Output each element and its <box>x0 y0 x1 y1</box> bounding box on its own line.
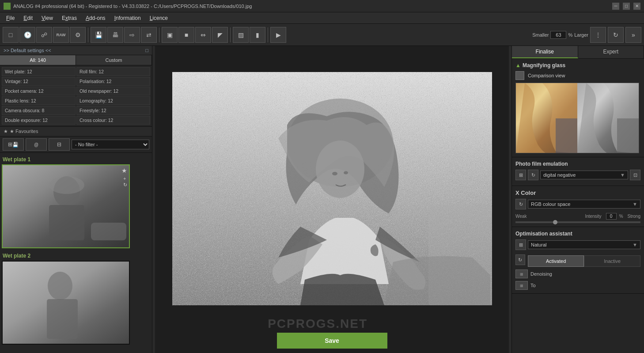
view-btn4[interactable]: ◤ <box>212 27 228 43</box>
view-btn1[interactable]: ▣ <box>162 27 178 43</box>
preset-tabs: All: 140 Custom <box>0 55 152 65</box>
opt-dropdown[interactable]: Natural ▼ <box>528 240 640 249</box>
share-button[interactable]: ⇨ <box>124 27 140 43</box>
menu-information[interactable]: Information <box>110 13 145 23</box>
intensity-value: 0 <box>606 213 617 220</box>
film-save-icon-btn[interactable]: ⊡ <box>630 170 640 180</box>
xcolor-dropdown[interactable]: RGB colour space ▼ <box>528 200 640 209</box>
export-tools-btn[interactable]: ⊟ <box>49 138 70 151</box>
tab-expert[interactable]: Expert <box>578 46 644 58</box>
inactive-button[interactable]: Inactive <box>584 255 640 267</box>
menu-licence[interactable]: Licence <box>145 13 172 23</box>
preset-header-icon[interactable]: □ <box>145 48 148 53</box>
menu-file[interactable]: File <box>2 13 19 23</box>
svg-rect-17 <box>617 118 639 153</box>
preset-header-text: >> Default settings << <box>4 48 51 53</box>
intensity-slider[interactable] <box>515 221 640 223</box>
intensity-label: Intensity <box>585 214 601 219</box>
history-button[interactable]: 🕑 <box>19 27 35 43</box>
preset-rollfilm[interactable]: Roll film: 12 <box>76 67 150 76</box>
preset-polarisation[interactable]: Polarisation: 12 <box>76 77 150 86</box>
svg-point-13 <box>344 171 348 174</box>
print-button[interactable]: 🖶 <box>107 27 123 43</box>
close-button[interactable]: ✕ <box>633 3 640 10</box>
film-emulation-title: Photo film emulation <box>515 161 640 167</box>
histogram-button[interactable]: ▨ <box>233 27 249 43</box>
main-image-area <box>159 50 504 326</box>
film-grid-icon-btn[interactable]: ⊞ <box>515 170 526 180</box>
menu-view[interactable]: View <box>37 13 57 23</box>
main-area: >> Default settings << □ All: 140 Custom… <box>0 46 644 353</box>
preset-crosscolour[interactable]: Cross colour: 12 <box>76 116 150 125</box>
new-button[interactable]: □ <box>3 27 19 43</box>
preset-plastic[interactable]: Plastic lens: 12 <box>2 96 76 105</box>
film-refresh-icon-btn[interactable]: ↻ <box>528 170 538 180</box>
preset-wetplate[interactable]: Wet plate: 12 <box>2 67 76 76</box>
svg-rect-2 <box>49 205 84 240</box>
tab-finalise[interactable]: Finalise <box>512 46 578 58</box>
left-panel: >> Default settings << □ All: 140 Custom… <box>0 46 152 353</box>
optimisation-title: Optimisation assistant <box>515 231 640 237</box>
preset-header: >> Default settings << □ <box>0 46 152 55</box>
menu-addons[interactable]: Add-ons <box>81 13 110 23</box>
opt-refresh-icon-btn[interactable]: ↻ <box>515 254 525 265</box>
app-icon <box>4 3 11 10</box>
export2-button[interactable]: ⇄ <box>141 27 157 43</box>
intensity-percent: % <box>619 214 623 219</box>
settings-button[interactable]: ⚙ <box>70 27 86 43</box>
toggle-button[interactable]: ▮ <box>250 27 265 43</box>
raw-button[interactable]: RAW <box>53 27 69 43</box>
import-save-icon: 💾 <box>12 142 19 148</box>
film-dropdown-arrow-icon: ▼ <box>620 172 625 178</box>
xcolor-dropdown-arrow-icon: ▼ <box>633 201 637 207</box>
menubar: File Edit View Extras Add-ons Informatio… <box>0 12 644 24</box>
preset-vintage[interactable]: Vintage: 12 <box>2 77 76 86</box>
filter-dropdown[interactable]: - No filter - <box>72 140 149 149</box>
preset-thumb-wetplate1[interactable]: ★ + ↻ <box>2 164 130 248</box>
save-button[interactable]: Save <box>277 333 387 349</box>
maximize-button[interactable]: □ <box>623 3 630 10</box>
preset-pocket[interactable]: Pocket camera: 12 <box>2 87 76 95</box>
thumb-star-icon[interactable]: ★ <box>121 167 127 174</box>
titlebar: ANALOG #4 professional (64 bit) - Regist… <box>0 0 644 12</box>
copy-button[interactable]: ☍ <box>36 27 52 43</box>
opt-grid-icon-btn[interactable]: ⊞ <box>515 239 526 250</box>
menu-edit[interactable]: Edit <box>19 13 37 23</box>
zoom-input[interactable] <box>550 31 566 39</box>
preset-double[interactable]: Double exposure: 12 <box>2 116 76 125</box>
toning-icon: ▦ <box>515 281 528 290</box>
at-btn[interactable]: @ <box>26 138 47 151</box>
menu-extras[interactable]: Extras <box>57 13 81 23</box>
preset-newspaper[interactable]: Old newspaper: 12 <box>76 87 150 95</box>
thumb-refresh-icon[interactable]: ↻ <box>123 182 127 188</box>
xcolor-row: ↻ RGB colour space ▼ <box>515 199 640 209</box>
rotate-button[interactable]: ↻ <box>608 27 624 43</box>
tab-all[interactable]: All: 140 <box>0 55 76 65</box>
preset-freestyle[interactable]: Freestyle: 12 <box>76 106 150 115</box>
preset-row-2: Vintage: 12 Polarisation: 12 <box>2 77 150 86</box>
favourites-bar[interactable]: ★ ★ Favourites <box>0 126 152 137</box>
save-button[interactable]: 💾 <box>91 27 106 43</box>
film-dropdown[interactable]: digital negative ▼ <box>540 171 628 179</box>
intensity-thumb[interactable] <box>553 220 557 224</box>
preset-obscura[interactable]: Camera obscura: 8 <box>2 106 76 115</box>
thumb-plus-icon[interactable]: + <box>123 176 127 181</box>
activated-button[interactable]: Activated <box>528 255 584 267</box>
zoom-smaller-label: Smaller <box>532 32 549 38</box>
xcolor-refresh-icon-btn[interactable]: ↻ <box>515 199 526 209</box>
view-btn2[interactable]: ■ <box>178 27 194 43</box>
view-btn3[interactable]: ⇔ <box>195 27 211 43</box>
opt-dropdown-arrow-icon: ▼ <box>633 242 637 247</box>
at-icon: @ <box>34 142 38 147</box>
minimize-button[interactable]: ─ <box>612 3 619 10</box>
comparison-checkbox[interactable] <box>515 71 524 80</box>
zoom-slider-btn[interactable]: ⋮ <box>590 27 606 43</box>
center-area: Save PCPROGS.NET <box>155 46 509 353</box>
preset-thumb-wetplate2[interactable] <box>2 261 130 345</box>
more-button[interactable]: » <box>625 27 641 43</box>
tab-custom[interactable]: Custom <box>76 55 152 65</box>
preset-lomography[interactable]: Lomography: 12 <box>76 96 150 105</box>
import-tools-btn[interactable]: ⊞ 💾 <box>3 138 24 151</box>
video-button[interactable]: ▶ <box>270 27 286 43</box>
zoom-percent: % <box>568 32 572 38</box>
